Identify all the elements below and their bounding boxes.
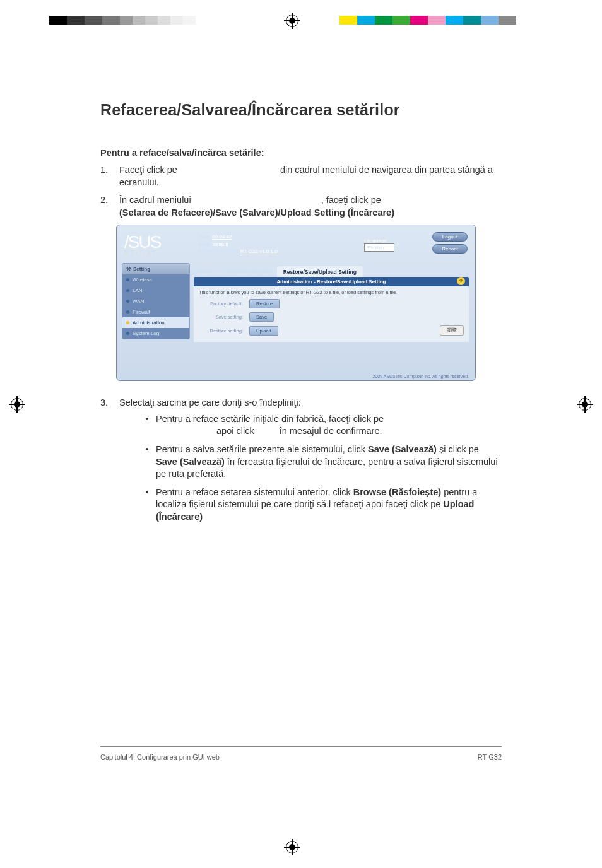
bullet-3-text: Pentru a reface setarea sistemului anter…	[156, 486, 502, 524]
label-restore-setting: Restore setting:	[199, 328, 243, 334]
upload-button[interactable]: Upload	[249, 326, 278, 336]
step-number: 2.	[100, 194, 119, 219]
panel-title: Administration - Restore/Save/Upload Set…	[194, 277, 469, 286]
bullet-icon: •	[138, 486, 156, 524]
step-number: 3.	[100, 397, 119, 529]
reboot-button[interactable]: Reboot	[432, 244, 468, 254]
sidebar: ⚒ Setting Wireless LAN WAN Firewall Admi…	[122, 263, 190, 339]
step-3-text: Selectaţi sarcina pe care doriţi s-o înd…	[119, 397, 502, 409]
bullet-icon: •	[138, 413, 156, 438]
subtitle: Pentru a reface/salva/încărca setările:	[100, 148, 502, 158]
panel-description: This function allows you to save current…	[199, 290, 464, 295]
copyright-text: 2008 ASUSTek Computer Inc. All rights re…	[372, 374, 469, 378]
sidebar-item-wan[interactable]: WAN	[122, 296, 189, 307]
tab-system[interactable]: System	[189, 266, 220, 277]
sidebar-item-wireless[interactable]: Wireless	[122, 274, 189, 285]
tab-restore-save-upload[interactable]: Restore/Save/Upload Setting	[277, 266, 363, 277]
bullet-icon: •	[138, 443, 156, 481]
bullet-2-text: Pentru a salva setările prezente ale sis…	[156, 443, 502, 481]
save-button[interactable]: Save	[249, 312, 274, 322]
footer-chapter: Capitolul 4: Configurarea prin GUI web	[100, 753, 220, 761]
step-number: 1.	[100, 164, 119, 189]
restore-button[interactable]: Restore	[249, 299, 280, 308]
browse-button[interactable]: 瀏覽	[440, 326, 464, 336]
sidebar-item-lan[interactable]: LAN	[122, 285, 189, 296]
tab-firmware-upgrade[interactable]: Firmware Upgrade	[220, 266, 276, 277]
sidebar-item-systemlog[interactable]: System Log	[122, 328, 189, 339]
page-title: Refacerea/Salvarea/Încărcarea setărilor	[100, 101, 502, 119]
sidebar-item-firewall[interactable]: Firewall	[122, 307, 189, 317]
header-info: Time: 00:04:42 SSID: default Firmware Ve…	[198, 233, 277, 255]
label-save-setting: Save setting:	[199, 314, 243, 320]
tool-icon: ⚒	[126, 266, 131, 272]
bullet-1-text: Pentru a reface setările iniţiale din fa…	[156, 413, 502, 438]
product-name: RT-G32	[124, 250, 160, 257]
step-2-text: În cadrul meniului , faceţi click pe (Se…	[119, 194, 502, 219]
label-factory-default: Factory default:	[199, 301, 243, 307]
language-select[interactable]: English	[364, 243, 394, 252]
sidebar-header: ⚒ Setting	[122, 264, 189, 274]
logout-button[interactable]: Logout	[432, 232, 468, 242]
asus-logo: /SUS	[124, 232, 160, 252]
step-1-text: Faceţi click pe din cadrul meniului de n…	[119, 164, 502, 189]
footer-product: RT-G32	[478, 753, 502, 761]
sidebar-item-administration[interactable]: Administration	[122, 317, 189, 328]
router-admin-ui-screenshot: /SUS RT-G32 Time: 00:04:42 SSID: default…	[116, 225, 476, 381]
